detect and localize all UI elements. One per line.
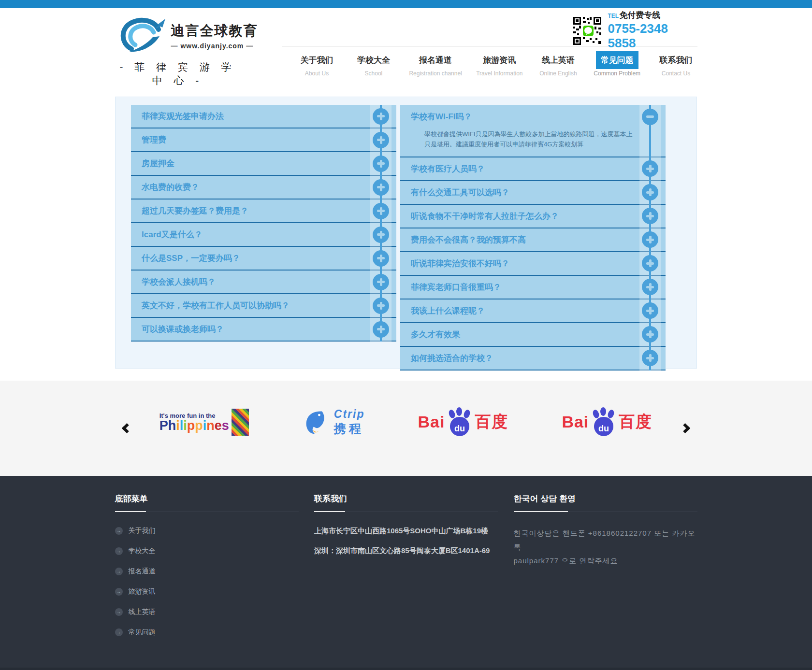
faq-question-row[interactable]: 学校有医疗人员吗？ [400, 157, 666, 181]
nav-school[interactable]: 学校大全 School [352, 51, 395, 77]
expand-icon[interactable] [642, 279, 658, 295]
faq-question-row[interactable]: 管理费 [131, 128, 396, 152]
expand-icon[interactable] [373, 156, 389, 172]
baidu-wordmark: Bai [418, 413, 445, 431]
expand-icon[interactable] [373, 179, 389, 196]
faq-question-text: 学校有WI-FI吗？ [411, 111, 472, 122]
korean-contact-line: 한국어상담은 핸드폰 +8618602122707 또는 카카오톡 [514, 527, 697, 554]
ctrip-dolphin-icon [302, 409, 329, 436]
qr-code [572, 16, 602, 46]
faq-question-row[interactable]: 如何挑选适合的学校？ [400, 347, 666, 371]
faq-question-text: 菲律宾老师口音很重吗？ [411, 282, 501, 293]
faq-question-row[interactable]: 有什么交通工具可以选吗？ [400, 181, 666, 205]
carousel-prev-button[interactable] [122, 423, 132, 433]
footer-link-common-problem[interactable]: 常见问题 [115, 628, 299, 637]
expand-icon[interactable] [642, 184, 658, 200]
expand-icon[interactable] [373, 250, 389, 267]
faq-question-row[interactable]: 可以换课或换老师吗？ [131, 318, 396, 342]
faq-question-row[interactable]: 多久才有效果 [400, 323, 666, 347]
faq-section: 菲律宾观光签申请办法 管理费 房屋押金 水电费的收费？ 超过几天要办签延？费用是… [0, 86, 812, 381]
expand-icon[interactable] [373, 274, 389, 290]
faq-question-text: 听说食物不干净时常有人拉肚子怎么办？ [411, 211, 559, 222]
partner-baidu-logo[interactable]: Bai du 百度 [562, 407, 652, 437]
faq-question-row[interactable]: 学校会派人接机吗？ [131, 271, 396, 294]
faq-question-row[interactable]: 听说菲律宾治安很不好吗？ [400, 252, 666, 276]
faq-column-right: 学校有WI-FI吗？ 學校都會提供WIFI只是因為學生人數較多加上當地的線路問題… [400, 105, 666, 371]
footer-link-about-us[interactable]: 关于我们 [115, 527, 299, 535]
footer-link-online-english[interactable]: 线上英语 [115, 608, 299, 616]
collapse-icon[interactable] [642, 109, 658, 125]
expand-icon[interactable] [373, 108, 389, 125]
expand-icon[interactable] [642, 208, 658, 224]
faq-box: 菲律宾观光签申请办法 管理费 房屋押金 水电费的收费？ 超过几天要办签延？费用是… [115, 97, 697, 369]
partner-ctrip-logo[interactable]: Ctrip 携程 [302, 408, 365, 437]
faq-question-row[interactable]: 学校有WI-FI吗？ [400, 105, 666, 128]
faq-question-row[interactable]: 超过几天要办签延？费用是？ [131, 200, 396, 223]
faq-question-text: 什么是SSP，一定要办吗？ [142, 253, 240, 264]
ctrip-wordmark: Ctrip [334, 408, 365, 421]
faq-question-text: 学校会派人接机吗？ [142, 276, 216, 287]
faq-question-text: 多久才有效果 [411, 329, 460, 340]
faq-question-text: 水电费的收费？ [142, 182, 199, 193]
brand-name: 迪言全球教育 [171, 22, 258, 40]
footer-link-registration[interactable]: 报名通道 [115, 567, 299, 576]
baidu-chinese-name: 百度 [619, 411, 652, 433]
footer-korean-title: 한국어 상담 환영 [514, 493, 697, 512]
partner-philippines-logo[interactable]: It's more fun in the Philippines [160, 409, 249, 436]
hotline-area: TEL免付费专线 0755-23485858 [282, 8, 697, 47]
nav-travel-information[interactable]: 旅游资讯 Travel Information [476, 51, 522, 77]
carousel-next-button[interactable] [680, 423, 690, 433]
header-right: TEL免付费专线 0755-23485858 关于我们 About Us 学校大… [282, 8, 697, 86]
nav-online-english[interactable]: 线上英语 Online English [537, 51, 580, 77]
footer-menu-title: 底部菜单 [115, 493, 299, 512]
faq-question-row[interactable]: 菲律宾观光签申请办法 [131, 105, 396, 128]
faq-question-row[interactable]: 房屋押金 [131, 152, 396, 176]
site-logo[interactable]: 迪言全球教育 — www.diyanjy.com — - 菲 律 宾 游 学 中… [115, 8, 260, 86]
expand-icon[interactable] [373, 203, 389, 219]
faq-question-row[interactable]: 什么是SSP，一定要办吗？ [131, 247, 396, 271]
partner-baidu-logo[interactable]: Bai du 百度 [418, 407, 508, 437]
faq-question-row[interactable]: lcard又是什么？ [131, 223, 396, 247]
tel-label: TEL [608, 13, 619, 19]
svg-text:du: du [454, 424, 465, 433]
expand-icon[interactable] [373, 132, 389, 148]
faq-question-text: 房屋押金 [142, 158, 174, 169]
copyright-bar: Copyright© 2017 版权所有 迪言全球教育 粤ICP备8888888… [0, 668, 812, 670]
expand-icon[interactable] [373, 298, 389, 314]
expand-icon[interactable] [642, 255, 658, 271]
faq-question-row[interactable]: 水电费的收费？ [131, 176, 396, 200]
footer-korean-column: 한국어 상담 환영 한국어상담은 핸드폰 +8618602122707 또는 카… [514, 493, 697, 648]
baidu-paw-icon: du [445, 407, 475, 437]
faq-question-row[interactable]: 英文不好，学校有工作人员可以协助吗？ [131, 294, 396, 318]
expand-icon[interactable] [642, 350, 658, 366]
faq-question-row[interactable]: 听说食物不干净时常有人拉肚子怎么办？ [400, 205, 666, 228]
footer-link-travel[interactable]: 旅游资讯 [115, 587, 299, 596]
faq-question-row[interactable]: 菲律宾老师口音很重吗？ [400, 276, 666, 299]
faq-question-text: 听说菲律宾治安很不好吗？ [411, 258, 509, 269]
top-accent-bar [0, 0, 812, 8]
nav-about-us[interactable]: 关于我们 About Us [296, 51, 338, 77]
expand-icon[interactable] [642, 160, 658, 177]
faq-question-row[interactable]: 费用会不会很高？我的预算不高 [400, 228, 666, 252]
faq-question-row[interactable]: 我该上什么课程呢？ [400, 299, 666, 323]
faq-question-text: 管理费 [142, 134, 166, 145]
baidu-chinese-name: 百度 [475, 411, 508, 433]
nav-registration-channel[interactable]: 报名通道 Registration channel [409, 51, 462, 77]
nav-contact-us[interactable]: 联系我们 Contact Us [655, 51, 697, 77]
faq-question-text: 有什么交通工具可以选吗？ [411, 187, 509, 198]
faq-question-text: 如何挑选适合的学校？ [411, 353, 493, 364]
hotline: TEL免付费专线 0755-23485858 [608, 10, 697, 51]
nav-common-problem[interactable]: 常见问题 Common Problem [594, 51, 640, 77]
footer-link-school[interactable]: 学校大全 [115, 547, 299, 556]
arrow-circle-icon [115, 547, 123, 555]
expand-icon[interactable] [373, 321, 389, 338]
faq-question-text: 可以换课或换老师吗？ [142, 324, 224, 335]
philippines-wordmark: Philippines [160, 419, 229, 432]
expand-icon[interactable] [373, 227, 389, 243]
expand-icon[interactable] [642, 231, 658, 248]
expand-icon[interactable] [642, 326, 658, 342]
expand-icon[interactable] [642, 302, 658, 319]
faq-question-text: 英文不好，学校有工作人员可以协助吗？ [142, 300, 290, 311]
faq-question-text: 费用会不会很高？我的预算不高 [411, 234, 526, 245]
faq-question-text: 我该上什么课程呢？ [411, 305, 485, 316]
